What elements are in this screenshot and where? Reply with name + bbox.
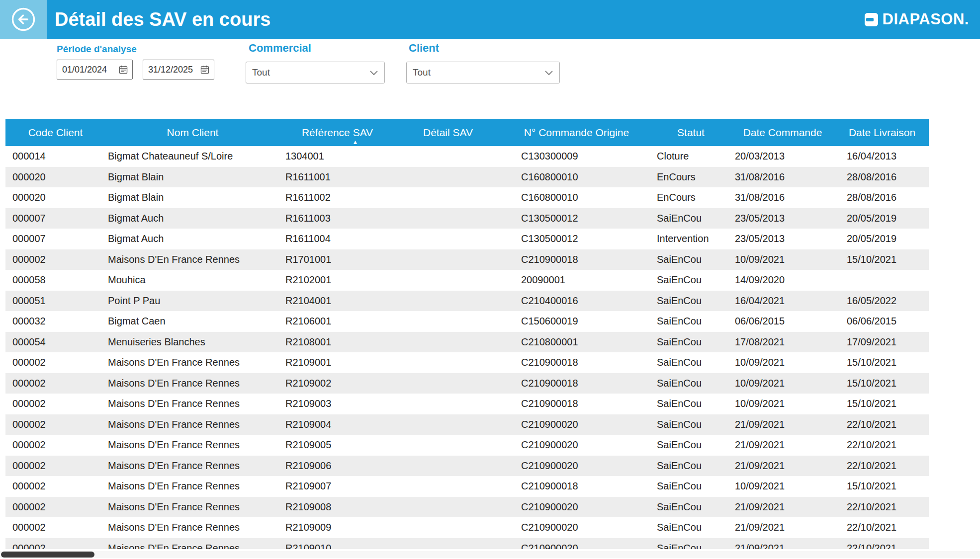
table-header-row: Code Client Nom Client Référence SAV ▲ D… [5, 119, 929, 146]
cell-code-client: 000002 [5, 419, 105, 430]
calendar-icon[interactable] [118, 65, 128, 75]
horizontal-scrollbar-track[interactable] [0, 551, 980, 558]
cell-statut: SaiEnCou [652, 213, 730, 224]
cell-reference-sav: R2106001 [280, 316, 395, 327]
cell-reference-sav: R2109003 [280, 398, 395, 409]
client-dropdown-value: Tout [413, 67, 431, 78]
cell-nom-client: Bigmat Chateauneuf S/Loire [105, 151, 280, 162]
column-header-statut[interactable]: Statut [652, 119, 730, 146]
horizontal-scrollbar-thumb[interactable] [1, 552, 94, 558]
cell-date-livraison: 22/10/2021 [835, 460, 929, 472]
cell-statut: SaiEnCou [652, 316, 730, 327]
column-header-date-commande[interactable]: Date Commande [730, 119, 835, 146]
cell-reference-sav: R2109001 [280, 357, 395, 368]
table-row[interactable]: 000020 Bigmat Blain R1611001 C160800010 … [5, 167, 929, 188]
period-label: Période d'analyse [57, 44, 137, 55]
cell-statut: SaiEnCou [652, 439, 730, 451]
table-row[interactable]: 000007 Bigmat Auch R1611003 C130500012 S… [5, 208, 929, 229]
table-row[interactable]: 000002 Maisons D'En France Rennes R21090… [5, 414, 929, 435]
cell-date-livraison: 20/05/2019 [835, 213, 929, 224]
diapason-logo-icon [865, 13, 878, 26]
cell-statut: SaiEnCou [652, 480, 730, 492]
table-row[interactable]: 000002 Maisons D'En France Rennes R21090… [5, 394, 929, 414]
table-row[interactable]: 000002 Maisons D'En France Rennes R21090… [5, 435, 929, 456]
cell-reference-sav: R2109006 [280, 460, 395, 472]
cell-date-livraison: 15/10/2021 [835, 254, 929, 265]
column-header-nom-client[interactable]: Nom Client [105, 119, 280, 146]
table-row[interactable]: 000002 Maisons D'En France Rennes R21090… [5, 352, 929, 373]
cell-nom-client: Maisons D'En France Rennes [105, 254, 280, 265]
cell-commande-origine: C210900018 [501, 398, 652, 409]
cell-date-livraison: 22/10/2021 [835, 439, 929, 451]
column-header-date-livraison[interactable]: Date Livraison [835, 119, 929, 146]
cell-statut: SaiEnCou [652, 274, 730, 286]
cell-date-livraison: 16/04/2013 [835, 151, 929, 162]
cell-date-commande: 16/04/2021 [730, 295, 835, 307]
table-row[interactable]: 000002 Maisons D'En France Rennes R17010… [5, 249, 929, 270]
cell-date-livraison: 15/10/2021 [835, 480, 929, 492]
cell-reference-sav: R2109007 [280, 480, 395, 492]
cell-date-commande: 21/09/2021 [730, 522, 835, 533]
period-end-value[interactable] [148, 65, 198, 75]
cell-code-client: 000002 [5, 501, 105, 513]
column-header-detail-sav[interactable]: Détail SAV [395, 119, 501, 146]
cell-statut: SaiEnCou [652, 460, 730, 472]
cell-date-livraison: 20/05/2019 [835, 233, 929, 244]
cell-date-livraison: 28/08/2016 [835, 192, 929, 203]
cell-date-livraison: 22/10/2021 [835, 543, 929, 549]
table-row[interactable]: 000002 Maisons D'En France Rennes R21090… [5, 456, 929, 477]
cell-code-client: 000002 [5, 460, 105, 472]
table-row[interactable]: 000002 Maisons D'En France Rennes R21090… [5, 476, 929, 497]
diapason-logo: DIAPASON. [865, 10, 969, 28]
cell-date-commande: 21/09/2021 [730, 543, 835, 549]
period-start-input[interactable] [57, 60, 133, 80]
cell-nom-client: Maisons D'En France Rennes [105, 501, 280, 513]
table-row[interactable]: 000054 Menuiseries Blanches R2108001 C21… [5, 332, 929, 353]
cell-code-client: 000002 [5, 480, 105, 492]
cell-commande-origine: C130500012 [501, 233, 652, 244]
cell-date-commande: 10/09/2021 [730, 480, 835, 492]
cell-date-livraison: 15/10/2021 [835, 357, 929, 368]
client-dropdown[interactable]: Tout [406, 62, 560, 83]
cell-date-commande: 23/05/2013 [730, 213, 835, 224]
cell-nom-client: Menuiseries Blanches [105, 336, 280, 348]
cell-reference-sav: R2104001 [280, 295, 395, 307]
column-header-reference-sav[interactable]: Référence SAV ▲ [280, 119, 395, 146]
cell-reference-sav: R2109009 [280, 522, 395, 533]
column-header-code-client[interactable]: Code Client [5, 119, 105, 146]
calendar-icon[interactable] [200, 65, 210, 75]
column-header-commande-origine[interactable]: N° Commande Origine [501, 119, 652, 146]
cell-nom-client: Maisons D'En France Rennes [105, 522, 280, 533]
cell-date-livraison: 06/06/2015 [835, 316, 929, 327]
table-row[interactable]: 000051 Point P Pau R2104001 C210400016 S… [5, 291, 929, 312]
cell-commande-origine: C210900018 [501, 480, 652, 492]
table-row[interactable]: 000002 Maisons D'En France Rennes R21090… [5, 538, 929, 550]
table-row[interactable]: 000002 Maisons D'En France Rennes R21090… [5, 373, 929, 394]
cell-date-livraison: 22/10/2021 [835, 501, 929, 513]
cell-nom-client: Maisons D'En France Rennes [105, 357, 280, 368]
commercial-dropdown[interactable]: Tout [246, 62, 385, 83]
cell-reference-sav: R1611002 [280, 192, 395, 203]
cell-commande-origine: C210900020 [501, 543, 652, 549]
commercial-label: Commercial [249, 42, 311, 55]
table-row[interactable]: 000020 Bigmat Blain R1611002 C160800010 … [5, 187, 929, 208]
table-row[interactable]: 000002 Maisons D'En France Rennes R21090… [5, 517, 929, 538]
table-row[interactable]: 000058 Mouhica R2102001 20090001 SaiEnCo… [5, 270, 929, 291]
table-row[interactable]: 000007 Bigmat Auch R1611004 C130500012 I… [5, 229, 929, 249]
table-row[interactable]: 000014 Bigmat Chateauneuf S/Loire 130400… [5, 146, 929, 167]
cell-commande-origine: C210900020 [501, 460, 652, 472]
cell-nom-client: Bigmat Auch [105, 213, 280, 224]
cell-date-commande: 21/09/2021 [730, 501, 835, 513]
cell-statut: Cloture [652, 151, 730, 162]
table-row[interactable]: 000032 Bigmat Caen R2106001 C150600019 S… [5, 311, 929, 332]
table-row[interactable]: 000002 Maisons D'En France Rennes R21090… [5, 497, 929, 518]
back-button[interactable] [0, 0, 47, 39]
cell-commande-origine: C210900018 [501, 357, 652, 368]
period-end-input[interactable] [143, 60, 214, 80]
period-start-value[interactable] [62, 65, 112, 75]
bottom-strip [0, 549, 980, 559]
cell-code-client: 000020 [5, 192, 105, 203]
cell-commande-origine: C210900018 [501, 378, 652, 389]
cell-reference-sav: R2109005 [280, 439, 395, 451]
cell-code-client: 000002 [5, 378, 105, 389]
